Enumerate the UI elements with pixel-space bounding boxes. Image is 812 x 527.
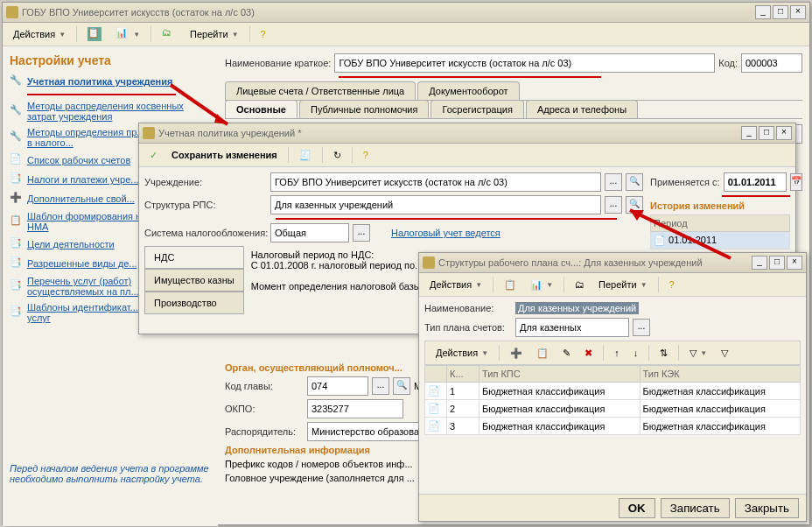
institution-input[interactable] bbox=[270, 172, 601, 192]
edit-icon[interactable]: ✎ bbox=[557, 346, 576, 361]
rps-minimize[interactable]: _ bbox=[752, 256, 767, 270]
rps-select[interactable]: ... bbox=[605, 196, 622, 214]
rps-chart-icon[interactable]: 📊▼ bbox=[525, 278, 558, 292]
tab-accounts[interactable]: Лицевые счета / Ответственные лица bbox=[225, 81, 416, 100]
add-icon[interactable]: ➕ bbox=[505, 346, 528, 361]
glava-select[interactable]: ... bbox=[372, 377, 389, 395]
tab-addresses[interactable]: Адреса и телефоны bbox=[526, 100, 638, 118]
copy-icon[interactable]: 📋 bbox=[531, 346, 554, 361]
sidenav-title: Настройки учета bbox=[10, 53, 211, 67]
col-kps[interactable]: Тип КПС bbox=[480, 366, 640, 383]
sidetab-property[interactable]: Имущество казны bbox=[144, 269, 244, 292]
table-row[interactable]: 📄1Бюджетная классификацияБюджетная класс… bbox=[425, 383, 801, 400]
goto-menu[interactable]: Перейти▼ bbox=[185, 27, 244, 41]
minimize-button[interactable]: _ bbox=[755, 5, 771, 19]
history-date[interactable]: 01.01.2011 bbox=[668, 235, 717, 245]
sidenav-item[interactable]: Цели деятельности bbox=[27, 239, 115, 249]
help-icon[interactable]: ? bbox=[358, 148, 374, 162]
col-k[interactable]: К... bbox=[447, 366, 480, 383]
glava-input[interactable] bbox=[307, 376, 368, 396]
rps-label: Структура РПС: bbox=[144, 200, 267, 210]
rps-help-icon[interactable]: ? bbox=[664, 278, 680, 292]
list-icon: 📑 bbox=[10, 279, 24, 293]
rps-name-value[interactable]: Для казенных учреждений bbox=[515, 302, 639, 314]
tab-main[interactable]: Основные bbox=[225, 100, 298, 118]
institution-select[interactable]: ... bbox=[605, 173, 622, 191]
list-icon: 📑 bbox=[10, 306, 24, 320]
col-kek[interactable]: Тип КЭК bbox=[640, 366, 801, 383]
close-button[interactable]: Закрыть bbox=[735, 498, 799, 518]
tax-link[interactable]: Налоговый учет ведется bbox=[391, 228, 500, 238]
policy-maximize[interactable]: □ bbox=[759, 126, 774, 140]
tool-icon: 🔧 bbox=[10, 104, 24, 118]
help-icon[interactable]: ? bbox=[256, 27, 271, 41]
actions-menu[interactable]: Действия▼ bbox=[8, 27, 71, 41]
institution-open[interactable]: 🔍 bbox=[626, 173, 643, 191]
policy-title: Учетная политика учреждений * bbox=[158, 128, 741, 138]
filter-clear-icon[interactable]: ▽ bbox=[716, 346, 733, 361]
sidenav-item[interactable]: Список рабочих счетов bbox=[27, 155, 130, 165]
list-icon: 📑 bbox=[10, 172, 24, 186]
close-button[interactable]: × bbox=[790, 5, 806, 19]
okpo-input[interactable] bbox=[307, 399, 403, 418]
maximize-button[interactable]: □ bbox=[773, 5, 788, 19]
toolbar-icon-3[interactable]: 🗂 bbox=[157, 25, 181, 43]
sidenav-item[interactable]: Учетная политика учреждения bbox=[27, 76, 172, 87]
rps-grid[interactable]: К... Тип КПС Тип КЭК 📄1Бюджетная классиф… bbox=[424, 365, 801, 435]
sidenav-item[interactable]: Разрешенные виды де... bbox=[27, 258, 137, 269]
delete-icon[interactable]: ✖ bbox=[579, 346, 598, 361]
rps-window-icon bbox=[423, 256, 435, 269]
history-icon[interactable]: 🧾 bbox=[294, 148, 317, 163]
sidenav-item[interactable]: Дополнительные свой... bbox=[27, 193, 135, 204]
row-icon: 📄 bbox=[654, 235, 666, 245]
sort-icon[interactable]: ⇅ bbox=[654, 346, 673, 361]
toolbar-icon-2[interactable]: 📊▼ bbox=[110, 25, 145, 43]
tax-system-input[interactable] bbox=[270, 223, 349, 242]
list-icon: 📑 bbox=[10, 256, 24, 271]
down-icon[interactable]: ↓ bbox=[628, 346, 644, 360]
list-icon: 📑 bbox=[10, 237, 24, 251]
rps-plan-select[interactable]: ... bbox=[633, 319, 650, 336]
tax-select[interactable]: ... bbox=[353, 224, 370, 242]
rps-open[interactable]: 🔍 bbox=[626, 196, 643, 214]
filter-icon[interactable]: ▽▼ bbox=[684, 346, 712, 361]
policy-close[interactable]: × bbox=[776, 126, 792, 140]
tab-docflow[interactable]: Документооборот bbox=[417, 81, 519, 100]
applies-input[interactable] bbox=[724, 172, 787, 192]
sidetab-production[interactable]: Производство bbox=[144, 292, 244, 314]
sidenav-item[interactable]: Налоги и платежи учре... bbox=[27, 174, 139, 185]
grid-actions[interactable]: Действия▼ bbox=[430, 346, 494, 360]
tab-gosreg[interactable]: Госрегистрация bbox=[430, 100, 523, 118]
save-button[interactable]: Записать bbox=[661, 498, 730, 518]
rps-save-icon[interactable]: 📋 bbox=[499, 278, 522, 292]
calendar-icon[interactable]: 📅 bbox=[790, 173, 802, 191]
short-name-label: Наименование краткое: bbox=[225, 58, 331, 68]
rps-close[interactable]: × bbox=[787, 256, 802, 270]
rps-window-title: Структуры рабочего плана сч...: Для казе… bbox=[438, 257, 752, 268]
save-button[interactable]: Сохранить изменения bbox=[166, 148, 283, 162]
rps-input[interactable] bbox=[270, 195, 601, 214]
rasp-label: Распорядитель: bbox=[225, 426, 304, 437]
rps-plan-input[interactable] bbox=[515, 318, 629, 337]
rps-actions[interactable]: Действия▼ bbox=[424, 278, 487, 292]
policy-minimize[interactable]: _ bbox=[741, 126, 757, 140]
rps-maximize[interactable]: □ bbox=[769, 256, 785, 270]
save-icon[interactable]: ✓ bbox=[144, 148, 163, 163]
main-titlebar: ГОБУ ВПО Университет искусств (остаток н… bbox=[3, 3, 809, 23]
main-toolbar: Действия▼ 📋 📊▼ 🗂 Перейти▼ ? bbox=[3, 23, 809, 46]
rps-folder-icon[interactable]: 🗂 bbox=[570, 278, 590, 292]
up-icon[interactable]: ↑ bbox=[609, 346, 625, 360]
code-input[interactable] bbox=[741, 53, 802, 73]
ok-button[interactable]: OK bbox=[619, 498, 655, 518]
sidenav-item[interactable]: Методы распределения косвенных затрат уч… bbox=[27, 101, 211, 122]
table-row[interactable]: 📄3Бюджетная классификацияБюджетная класс… bbox=[425, 418, 801, 435]
history-title: История изменений bbox=[650, 200, 790, 211]
refresh-icon[interactable]: ↻ bbox=[328, 148, 346, 163]
glava-open[interactable]: 🔍 bbox=[393, 377, 410, 395]
rps-goto[interactable]: Перейти▼ bbox=[593, 278, 653, 292]
toolbar-icon-1[interactable]: 📋 bbox=[82, 25, 107, 43]
sidetab-nds[interactable]: НДС bbox=[144, 246, 244, 269]
short-name-input[interactable] bbox=[334, 53, 715, 73]
table-row[interactable]: 📄2Бюджетная классификацияБюджетная класс… bbox=[425, 400, 801, 418]
tab-public[interactable]: Публичные полномочия bbox=[299, 100, 430, 118]
